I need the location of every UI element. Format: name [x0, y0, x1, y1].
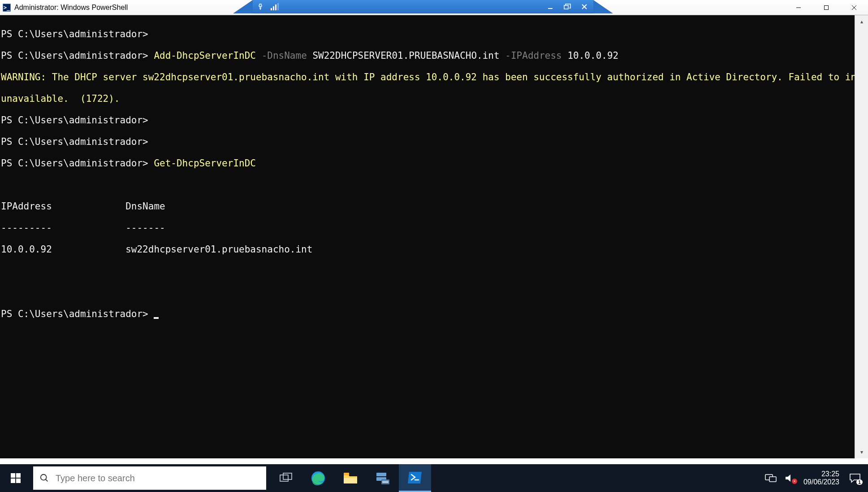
scroll-track[interactable] — [855, 28, 868, 446]
svg-rect-30 — [769, 477, 776, 482]
network-icon[interactable] — [765, 473, 777, 483]
svg-rect-5 — [273, 6, 274, 10]
start-button[interactable] — [0, 464, 31, 492]
cmdlet: Add-DhcpServerInDC — [154, 50, 256, 61]
hv-restore-button[interactable] — [562, 1, 573, 12]
svg-rect-23 — [344, 478, 357, 483]
svg-rect-18 — [280, 475, 288, 481]
taskbar-clock[interactable]: 23:25 09/06/2023 — [803, 470, 839, 486]
notif-badge: 1 — [856, 479, 863, 485]
col-rule-dns: ------- — [125, 222, 165, 233]
edge-app[interactable] — [302, 464, 334, 492]
volume-icon[interactable]: × — [785, 473, 795, 483]
svg-rect-22 — [344, 473, 349, 475]
hv-minimize-button[interactable] — [545, 1, 556, 12]
system-tray: × 23:25 09/06/2023 1 — [765, 470, 868, 486]
svg-point-16 — [41, 475, 47, 480]
powershell-icon: >_ — [3, 4, 11, 12]
scroll-up-button[interactable]: ▴ — [855, 15, 868, 28]
hyperv-connection-bar[interactable] — [233, 0, 613, 13]
svg-rect-13 — [16, 473, 21, 478]
svg-rect-15 — [16, 479, 21, 483]
param: -DnsName — [262, 50, 307, 61]
window-controls — [785, 0, 868, 15]
search-icon — [39, 473, 49, 483]
maximize-button[interactable] — [812, 0, 840, 15]
windows-logo-icon — [11, 473, 21, 483]
col-header-dns: DnsName — [125, 201, 165, 212]
param: -IPAddress — [505, 50, 561, 61]
server-manager-app[interactable] — [367, 464, 399, 492]
prompt: PS C:\Users\administrador> — [1, 136, 148, 147]
terminal[interactable]: PS C:\Users\administrador> PS C:\Users\a… — [0, 15, 855, 458]
prompt: PS C:\Users\administrador> — [1, 50, 148, 61]
taskbar-search[interactable] — [33, 466, 266, 490]
cell-dns: sw22dhcpserver01.pruebasnacho.int — [125, 244, 312, 255]
cell-ip: 10.0.0.92 — [1, 244, 52, 255]
svg-rect-1 — [825, 5, 829, 9]
hvbar-body — [253, 0, 593, 13]
svg-rect-6 — [275, 4, 276, 10]
warning-line: WARNING: The DHCP server sw22dhcpserver0… — [1, 72, 855, 83]
terminal-scrollbar[interactable]: ▴ ▾ — [855, 15, 868, 458]
warning-line: unavailable. (1722). — [1, 93, 855, 104]
col-rule-ip: --------- — [1, 222, 52, 233]
file-explorer-app[interactable] — [334, 464, 367, 492]
svg-rect-19 — [283, 473, 292, 479]
arg: SW22DHCPSERVER01.PRUEBASNACHO.int — [312, 50, 499, 61]
prompt: PS C:\Users\administrador> — [1, 158, 148, 169]
svg-line-17 — [46, 479, 48, 482]
svg-rect-24 — [376, 473, 386, 476]
svg-rect-28 — [382, 482, 389, 483]
close-button[interactable] — [840, 0, 868, 15]
svg-rect-4 — [271, 8, 272, 10]
minimize-button[interactable] — [785, 0, 812, 15]
cursor — [154, 317, 159, 319]
clock-date: 09/06/2023 — [803, 478, 839, 486]
window-title: Administrator: Windows PowerShell — [14, 4, 128, 12]
hvbar-slant-right — [593, 0, 613, 13]
prompt: PS C:\Users\administrador> — [1, 309, 148, 319]
clock-time: 23:25 — [803, 470, 839, 478]
prompt: PS C:\Users\administrador> — [1, 29, 148, 39]
svg-rect-9 — [564, 5, 568, 9]
taskbar: × 23:25 09/06/2023 1 — [0, 464, 868, 492]
signal-icon — [271, 3, 279, 10]
scroll-down-button[interactable]: ▾ — [855, 446, 868, 458]
col-header-ip: IPAddress — [1, 201, 52, 212]
svg-rect-14 — [11, 479, 15, 483]
svg-rect-12 — [11, 473, 15, 478]
powershell-app[interactable] — [399, 464, 431, 492]
cmdlet: Get-DhcpServerInDC — [154, 158, 256, 169]
svg-rect-27 — [382, 481, 389, 482]
search-input[interactable] — [56, 473, 260, 483]
task-view-button[interactable] — [270, 464, 302, 492]
action-center-button[interactable]: 1 — [847, 470, 863, 486]
taskbar-apps — [270, 464, 431, 492]
hv-close-button[interactable] — [579, 1, 590, 12]
mute-badge-icon: × — [792, 479, 797, 484]
svg-rect-26 — [381, 479, 389, 484]
svg-rect-7 — [277, 3, 279, 10]
hvbar-slant-left — [233, 0, 253, 13]
prompt: PS C:\Users\administrador> — [1, 115, 148, 126]
arg: 10.0.0.92 — [567, 50, 618, 61]
pin-icon[interactable] — [256, 3, 264, 10]
